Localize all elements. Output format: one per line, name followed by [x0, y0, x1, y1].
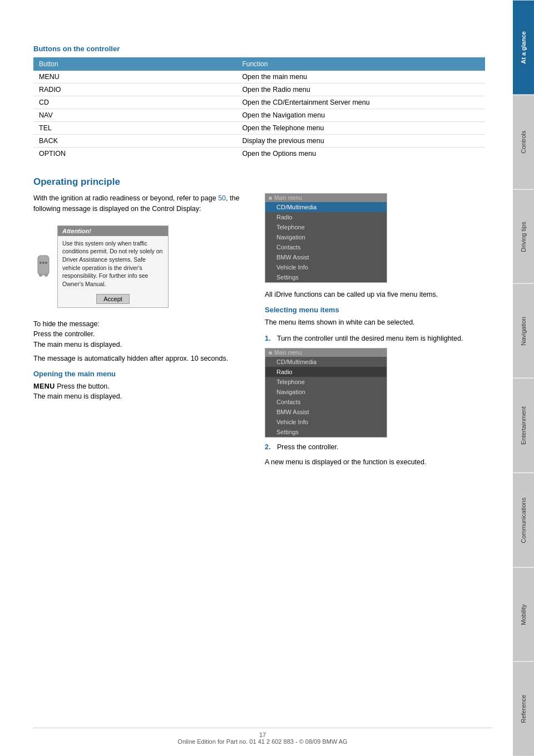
step-1-text: Turn the controller until the desired me… [277, 333, 463, 344]
steps-list-2: 2. Press the controller. [265, 442, 485, 453]
menu-item: Navigation [265, 387, 387, 397]
table-row: BACKDisplay the previous menu [33, 135, 485, 148]
tab-at-a-glance[interactable]: At a glance [513, 0, 534, 95]
svg-point-2 [44, 273, 48, 277]
function-cell: Display the previous menu [236, 135, 485, 148]
step-1-num: 1. [265, 333, 273, 344]
hide-message-text: To hide the message:Press the controller… [33, 319, 254, 350]
controller-table: Button Function MENUOpen the main menuRA… [33, 57, 485, 160]
step-2: 2. Press the controller. [265, 442, 485, 453]
steps-list: 1. Turn the controller until the desired… [265, 333, 485, 344]
menu2-items: CD/MultimediaRadioTelephoneNavigationCon… [265, 357, 387, 437]
menu-item: Radio [265, 212, 387, 222]
menu-title-1: Main menu [274, 195, 301, 201]
menu-screenshot-1: Main menu CD/MultimediaRadioTelephoneNav… [265, 193, 387, 283]
tab-controls[interactable]: Controls [513, 95, 534, 189]
svg-point-3 [42, 262, 44, 264]
table-row: NAVOpen the Navigation menu [33, 109, 485, 122]
opening-main-menu-title: Opening the main menu [33, 370, 254, 378]
menu-icon [269, 197, 272, 200]
menu-item: Contacts [265, 242, 387, 252]
menu-item: Telephone [265, 222, 387, 232]
menu-item: Radio [265, 367, 387, 377]
attention-body: Use this system only when traffic condit… [58, 236, 168, 292]
controller-icon [33, 220, 53, 313]
table-row: CDOpen the CD/Entertainment Server menu [33, 96, 485, 109]
table-col1-header: Button [33, 57, 236, 71]
after-step2-text: A new menu is displayed or the function … [265, 457, 485, 468]
menu-titlebar-1: Main menu [265, 194, 387, 202]
button-cell: RADIO [33, 84, 236, 96]
tab-entertainment[interactable]: Entertainment [513, 378, 534, 473]
attention-wrapper: Attention! Use this system only when tra… [33, 220, 254, 313]
function-cell: Open the Options menu [236, 148, 485, 160]
left-column: With the ignition at radio readiness or … [33, 193, 254, 473]
page-number: 17 [259, 732, 266, 738]
page-link[interactable]: 50 [218, 194, 226, 202]
step-2-text: Press the controller. [277, 442, 338, 453]
intro-text: With the ignition at radio readiness or … [33, 193, 254, 214]
button-cell: OPTION [33, 148, 236, 160]
menu-open-text: MENU Press the button.The main menu is d… [33, 381, 254, 402]
menu-item: CD/Multimedia [265, 202, 387, 212]
svg-point-1 [39, 273, 42, 277]
menu-item: CD/Multimedia [265, 357, 387, 367]
tab-communications[interactable]: Communications [513, 473, 534, 567]
menu-item: Vehicle Info [265, 262, 387, 272]
tab-reference[interactable]: Reference [513, 661, 534, 756]
menu-item: Telephone [265, 377, 387, 387]
menu-item: Navigation [265, 232, 387, 242]
auto-hide-text: The message is automatically hidden afte… [33, 354, 254, 364]
button-cell: BACK [33, 135, 236, 148]
operating-principle-section: Operating principle With the ignition at… [33, 176, 485, 473]
function-cell: Open the Navigation menu [236, 109, 485, 122]
selecting-menu-items-title: Selecting menu items [265, 306, 485, 314]
footer: 17 Online Edition for Part no. 01 41 2 6… [33, 728, 492, 745]
menu-icon-2 [269, 351, 272, 355]
function-cell: Open the Radio menu [236, 84, 485, 96]
table-col2-header: Function [236, 57, 485, 71]
footer-text: Online Edition for Part no. 01 41 2 602 … [177, 738, 347, 745]
right-column: Main menu CD/MultimediaRadioTelephoneNav… [265, 193, 485, 473]
button-cell: CD [33, 96, 236, 109]
button-cell: MENU [33, 71, 236, 84]
menu-item: Vehicle Info [265, 417, 387, 427]
controller-section-title: Buttons on the controller [33, 45, 485, 53]
svg-point-5 [45, 262, 47, 264]
menu-item: Settings [265, 427, 387, 437]
controller-section: Buttons on the controller Button Functio… [33, 45, 485, 160]
menu-titlebar-2: Main menu [265, 348, 387, 357]
operating-principle-title: Operating principle [33, 176, 485, 188]
table-row: MENUOpen the main menu [33, 71, 485, 84]
step-1: 1. Turn the controller until the desired… [265, 333, 485, 344]
main-content: Buttons on the controller Button Functio… [0, 0, 513, 756]
menu1-items: CD/MultimediaRadioTelephoneNavigationCon… [265, 202, 387, 282]
table-row: TELOpen the Telephone menu [33, 122, 485, 135]
menu-keyword: MENU [33, 382, 55, 390]
function-cell: Open the CD/Entertainment Server menu [236, 96, 485, 109]
button-cell: TEL [33, 122, 236, 135]
side-navigation: At a glance Controls Driving tips Naviga… [513, 0, 534, 756]
table-row: RADIOOpen the Radio menu [33, 84, 485, 96]
menu-screenshot-2: Main menu CD/MultimediaRadioTelephoneNav… [265, 348, 387, 438]
two-column-layout: With the ignition at radio readiness or … [33, 193, 485, 473]
attention-box: Attention! Use this system only when tra… [57, 225, 169, 308]
menu-item: BMW Assist [265, 407, 387, 417]
controller-svg [35, 253, 52, 281]
table-row: OPTIONOpen the Options menu [33, 148, 485, 160]
tab-navigation[interactable]: Navigation [513, 283, 534, 378]
idrive-caption: All iDrive functions can be called up vi… [265, 289, 485, 300]
menu-item: BMW Assist [265, 252, 387, 262]
menu-title-2: Main menu [274, 350, 301, 356]
accept-button[interactable]: Accept [96, 294, 130, 304]
menu-item: Settings [265, 272, 387, 282]
function-cell: Open the main menu [236, 71, 485, 84]
selecting-text: The menu items shown in white can be sel… [265, 317, 485, 328]
tab-driving-tips[interactable]: Driving tips [513, 189, 534, 284]
menu-item: Contacts [265, 397, 387, 407]
svg-rect-0 [38, 256, 49, 275]
function-cell: Open the Telephone menu [236, 122, 485, 135]
attention-header: Attention! [58, 226, 168, 236]
tab-mobility[interactable]: Mobility [513, 567, 534, 662]
button-cell: NAV [33, 109, 236, 122]
